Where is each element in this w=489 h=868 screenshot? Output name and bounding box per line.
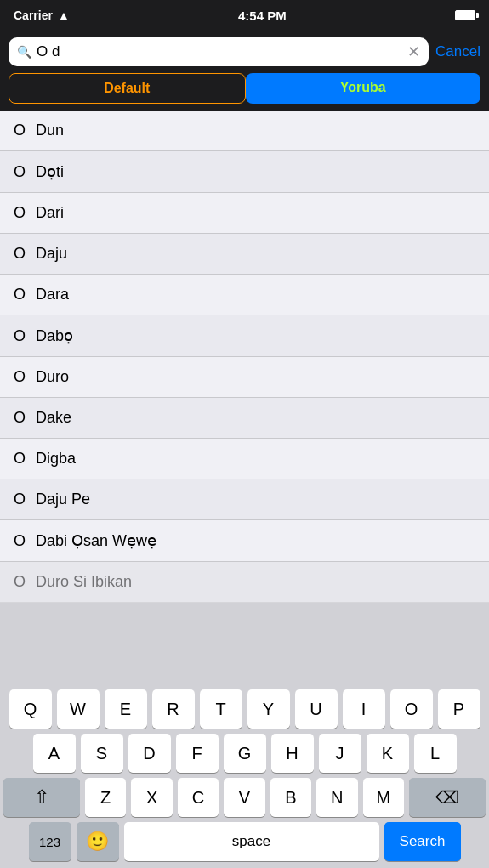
keyboard-row-1: Q W E R T Y U I O P [0, 684, 489, 729]
wifi-icon: ▲ [58, 9, 70, 22]
shift-icon: ⇧ [34, 786, 49, 808]
list-item[interactable]: ODuro [0, 357, 489, 398]
keyboard-row-3: ⇧ Z X C V B N M ⌫ [0, 773, 489, 817]
key-f[interactable]: F [176, 734, 219, 773]
key-y[interactable]: Y [247, 689, 290, 729]
keyboard-row-2: A S D F G H J K L [0, 729, 489, 773]
keyboard-bottom-row: 123 🙂 space Search [0, 817, 489, 868]
list-item[interactable]: ODake [0, 398, 489, 439]
tab-yoruba[interactable]: Yoruba [246, 73, 481, 104]
key-r[interactable]: R [152, 689, 195, 729]
key-g[interactable]: G [224, 734, 266, 773]
key-s[interactable]: S [81, 734, 123, 773]
search-magnifier-icon: 🔍 [17, 45, 31, 59]
list-item[interactable]: ODọti [0, 151, 489, 193]
key-q[interactable]: Q [9, 689, 52, 729]
tab-selector: Default Yoruba [0, 73, 489, 111]
key-d[interactable]: D [128, 734, 171, 773]
backspace-key[interactable]: ⌫ [409, 778, 486, 817]
list-item[interactable]: ODara [0, 275, 489, 315]
battery-icon [455, 10, 475, 20]
backspace-icon: ⌫ [435, 787, 459, 808]
search-bar: 🔍 ✕ Cancel [0, 31, 489, 73]
key-t[interactable]: T [200, 689, 242, 729]
key-b[interactable]: B [270, 778, 311, 817]
key-x[interactable]: X [131, 778, 172, 817]
list-item[interactable]: ODun [0, 111, 489, 151]
list-item[interactable]: ODari [0, 193, 489, 234]
emoji-key[interactable]: 🙂 [77, 822, 119, 861]
clear-button[interactable]: ✕ [407, 43, 420, 61]
key-o[interactable]: O [390, 689, 433, 729]
carrier-label: Carrier [14, 9, 53, 22]
search-input[interactable] [37, 43, 402, 60]
key-k[interactable]: K [367, 734, 409, 773]
list-area: ODun ODọti ODari ODaju ODara ODabọ ODuro… [0, 111, 489, 603]
list-item[interactable]: ODaju Pe [0, 479, 489, 520]
search-key[interactable]: Search [384, 822, 461, 861]
search-input-wrapper[interactable]: 🔍 ✕ [9, 37, 429, 66]
key-c[interactable]: C [178, 778, 219, 817]
key-w[interactable]: W [57, 689, 100, 729]
list-item[interactable]: ODaju [0, 234, 489, 275]
tab-default[interactable]: Default [9, 73, 246, 104]
cancel-button[interactable]: Cancel [435, 43, 480, 60]
list-item[interactable]: ODigba [0, 439, 489, 479]
list-item[interactable]: ODabi Ọsan Wẹwẹ [0, 520, 489, 562]
list-item[interactable]: ODuro Si Ibikan [0, 562, 489, 603]
number-key[interactable]: 123 [29, 822, 71, 861]
key-i[interactable]: I [343, 689, 385, 729]
carrier-info: Carrier ▲ [14, 9, 70, 22]
key-e[interactable]: E [105, 689, 147, 729]
key-n[interactable]: N [316, 778, 357, 817]
status-bar: Carrier ▲ 4:54 PM [0, 0, 489, 31]
list-item[interactable]: ODabọ [0, 315, 489, 357]
key-j[interactable]: J [319, 734, 361, 773]
key-z[interactable]: Z [85, 778, 126, 817]
keyboard: Q W E R T Y U I O P A S D F G H J K L ⇧ … [0, 684, 489, 868]
key-v[interactable]: V [224, 778, 264, 817]
key-a[interactable]: A [33, 734, 76, 773]
key-p[interactable]: P [438, 689, 480, 729]
battery-area [455, 10, 475, 20]
key-l[interactable]: L [414, 734, 457, 773]
key-u[interactable]: U [295, 689, 338, 729]
shift-key[interactable]: ⇧ [3, 778, 80, 817]
clock: 4:54 PM [238, 9, 287, 23]
space-key[interactable]: space [124, 822, 379, 861]
key-h[interactable]: H [271, 734, 314, 773]
key-m[interactable]: M [363, 778, 404, 817]
